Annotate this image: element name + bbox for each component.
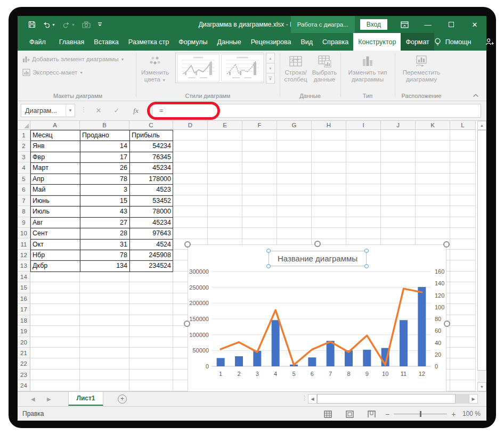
tab-designer-active[interactable]: Конструктор [353, 33, 401, 51]
chart-title[interactable]: Название диаграммы [269, 251, 367, 266]
column-header-I[interactable]: I [346, 121, 381, 130]
chart-handle-top-middle[interactable] [314, 241, 321, 247]
sheet-tab-active[interactable]: Лист1 [68, 392, 103, 406]
column-header-C[interactable]: C [129, 121, 173, 130]
save-icon[interactable] [28, 21, 36, 28]
close-button[interactable]: ✕ [463, 16, 486, 33]
cell-B12[interactable]: 78 [80, 250, 129, 260]
normal-view-icon[interactable] [324, 411, 332, 418]
row-header-6[interactable]: 6 [18, 184, 30, 195]
hscroll-right-icon[interactable]: ▶ [469, 394, 478, 404]
tab-2[interactable]: Разметка стр [124, 33, 174, 51]
scroll-up-icon[interactable]: ▲ [477, 121, 486, 130]
column-header-B[interactable]: B [80, 121, 129, 130]
horizontal-scroll-thumb[interactable] [317, 394, 456, 404]
cell-A4[interactable]: Март [30, 162, 80, 173]
zoom-out-icon[interactable]: − [385, 410, 389, 418]
column-header-H[interactable]: H [312, 121, 346, 130]
column-header-F[interactable]: F [242, 121, 277, 130]
scrollbar-splitter[interactable]: ⋮ [302, 395, 307, 401]
maximize-button[interactable] [440, 16, 463, 33]
scroll-down-icon[interactable]: ▼ [477, 382, 486, 391]
cell-C13[interactable]: 234524 [129, 260, 173, 271]
row-header-23[interactable]: 23 [18, 370, 30, 380]
name-box[interactable]: Диаграм... ▼ [21, 104, 75, 117]
row-header-11[interactable]: 11 [18, 239, 30, 250]
cell-C11[interactable]: 4524 [129, 239, 173, 250]
cell-A5[interactable]: Апр [30, 174, 80, 184]
column-header-A[interactable]: A [30, 121, 80, 130]
cell-B8[interactable]: 43 [80, 206, 129, 217]
row-header-8[interactable]: 8 [18, 206, 30, 217]
zoom-slider[interactable] [394, 414, 447, 415]
worksheet-grid[interactable]: ▲ ▼ Название диаграммы [18, 121, 486, 391]
cell-C8[interactable]: 78000 [129, 206, 173, 217]
cell-C1[interactable]: Прибыль [129, 130, 173, 141]
cell-A10[interactable]: Сент [30, 228, 80, 239]
vertical-scrollbar[interactable]: ▲ ▼ [477, 121, 486, 391]
share-button[interactable]: Поделиться [499, 38, 504, 46]
cell-C4[interactable]: 45234 [129, 162, 173, 173]
row-header-9[interactable]: 9 [18, 217, 30, 228]
hscroll-left-icon[interactable]: ◀ [308, 394, 317, 404]
cell-A3[interactable]: Фвр [30, 152, 80, 162]
cell-C3[interactable]: 76345 [129, 152, 173, 162]
row-header-21[interactable]: 21 [18, 348, 30, 358]
chart-handle-middle-right[interactable] [444, 321, 450, 327]
horizontal-scroll-track[interactable] [456, 394, 469, 404]
undo-dropdown-icon[interactable]: ▼ [52, 23, 55, 27]
row-header-2[interactable]: 2 [18, 141, 30, 151]
cell-B11[interactable]: 31 [80, 239, 129, 250]
row-header-1[interactable]: 1 [18, 130, 30, 141]
row-header-10[interactable]: 10 [18, 228, 30, 239]
zoom-slider-thumb[interactable] [420, 411, 421, 417]
cell-A9[interactable]: Авг [30, 217, 80, 228]
cell-A13[interactable]: Дкбр [30, 260, 80, 271]
insert-function-button[interactable]: fx [128, 104, 143, 117]
row-header-19[interactable]: 19 [18, 326, 30, 336]
row-header-22[interactable]: 22 [18, 358, 30, 369]
cell-B7[interactable]: 15 [80, 195, 129, 206]
cell-C7[interactable]: 53452 [129, 195, 173, 206]
tab-3[interactable]: Формулы [174, 33, 212, 51]
column-header-D[interactable]: D [173, 121, 208, 130]
cell-A11[interactable]: Окт [30, 239, 80, 250]
chart-handle-top-left[interactable] [184, 241, 191, 248]
column-header-E[interactable]: E [208, 121, 242, 130]
chart-handle-middle-left[interactable] [184, 321, 190, 327]
row-header-12[interactable]: 12 [18, 250, 30, 260]
cell-A6[interactable]: Май [30, 184, 80, 195]
tab-file[interactable]: Файл [21, 33, 54, 51]
help-tab[interactable]: Помощн [445, 38, 472, 46]
collapse-ribbon-icon[interactable] [473, 94, 479, 97]
cell-A1[interactable]: Месяц [30, 130, 80, 141]
row-header-17[interactable]: 17 [18, 304, 30, 315]
cell-B3[interactable]: 17 [80, 152, 129, 162]
cell-B1[interactable]: Продано [80, 130, 129, 141]
cell-B5[interactable]: 78 [80, 174, 129, 184]
minimize-button[interactable]: — [416, 16, 440, 33]
cell-B13[interactable]: 134 [80, 260, 129, 271]
cell-A2[interactable]: Янв [30, 141, 80, 151]
zoom-level[interactable]: 100 % [462, 410, 481, 417]
tab-6[interactable]: Вид [296, 33, 318, 51]
cell-C10[interactable]: 97643 [129, 228, 173, 239]
cell-C12[interactable]: 245908 [129, 250, 173, 260]
row-header-24[interactable]: 24 [18, 380, 30, 391]
cell-B4[interactable]: 26 [80, 162, 129, 173]
customize-qat-icon[interactable] [97, 21, 102, 28]
cell-C2[interactable]: 54234 [129, 141, 173, 151]
select-all-corner[interactable] [18, 121, 30, 130]
sheet-nav-left-icon[interactable]: ◀ [31, 392, 35, 406]
column-header-L[interactable]: L [450, 121, 476, 130]
formula-input[interactable]: = [152, 104, 481, 118]
row-header-20[interactable]: 20 [18, 337, 30, 348]
undo-button[interactable]: ▼ [43, 21, 55, 28]
column-header-J[interactable]: J [381, 121, 416, 130]
row-header-16[interactable]: 16 [18, 293, 30, 304]
tab-1[interactable]: Вставка [89, 33, 123, 51]
tab-format-contextual[interactable]: Формат [401, 33, 434, 51]
cell-C6[interactable]: 4523 [129, 184, 173, 195]
cell-B6[interactable]: 3 [80, 184, 129, 195]
title-handle-bottom-left[interactable] [266, 264, 271, 268]
